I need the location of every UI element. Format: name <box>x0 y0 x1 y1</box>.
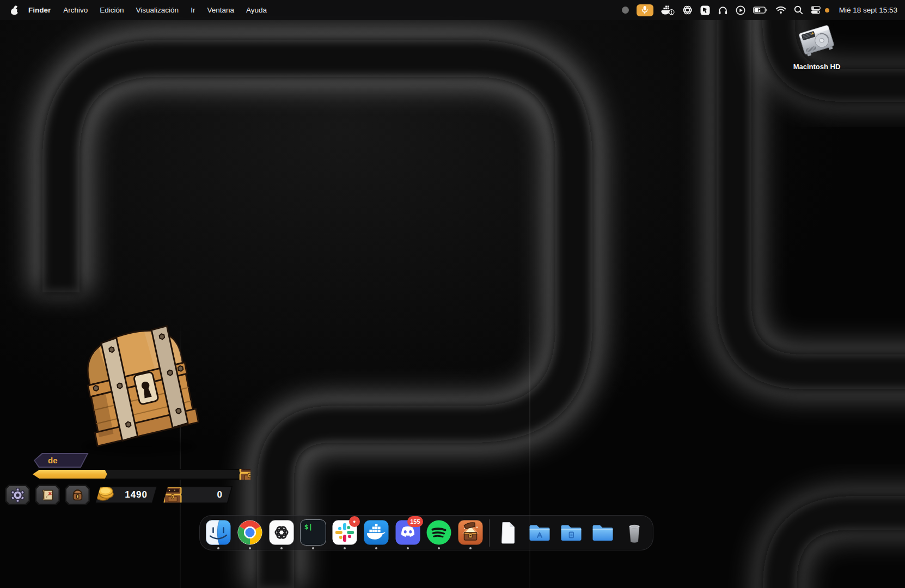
folder-icon <box>590 519 616 546</box>
menu-app-name[interactable]: Finder <box>22 6 57 14</box>
item-name-banner: Cofre de madera <box>34 453 90 468</box>
dock-item-spotify[interactable] <box>426 516 452 550</box>
menu-visualizacion[interactable]: Visualización <box>130 6 185 14</box>
menu-bar: Finder Archivo Edición Visualización Ir … <box>0 0 905 20</box>
dock-item-slack[interactable]: • <box>332 516 358 550</box>
treasure-map-icon <box>40 488 55 503</box>
spotify-icon <box>426 519 452 546</box>
dock-item-chrome[interactable] <box>237 516 263 550</box>
applications-folder-icon <box>527 519 553 546</box>
menu-bar-clock[interactable]: Mié 18 sept 15:53 <box>839 6 897 14</box>
microphone-active-icon[interactable] <box>637 4 653 16</box>
hard-drive-icon[interactable] <box>792 22 842 60</box>
map-button[interactable] <box>35 485 60 505</box>
backpack-icon <box>70 488 85 503</box>
dock-item-docker[interactable] <box>363 516 389 550</box>
docker-status-icon[interactable] <box>661 5 675 15</box>
now-playing-icon[interactable] <box>736 5 745 15</box>
running-indicator <box>344 547 346 549</box>
notification-badge: 155 <box>407 516 423 527</box>
dock-item-terminal[interactable]: $| <box>300 516 326 550</box>
menu-edicion[interactable]: Edición <box>94 6 130 14</box>
dock-item-chatgpt[interactable] <box>268 516 295 550</box>
dock-item-document[interactable] <box>495 516 521 550</box>
desktop-volume: Macintosh HD <box>783 22 851 71</box>
document-icon <box>495 519 521 546</box>
menu-bar-status: Mié 18 sept 15:53 <box>622 4 905 16</box>
dock-item-discord[interactable]: 155 <box>395 516 421 550</box>
screen-share-app-icon[interactable] <box>700 5 710 15</box>
treasure-game-icon <box>457 519 484 546</box>
running-indicator <box>375 547 377 549</box>
wooden-chest-sprite[interactable] <box>58 313 223 461</box>
running-indicator <box>407 547 409 549</box>
dock-item-documents-folder[interactable] <box>558 516 584 550</box>
running-indicator <box>438 547 440 549</box>
dock-item-folder[interactable] <box>590 516 616 550</box>
trash-icon <box>621 519 647 546</box>
dock-separator <box>489 519 490 547</box>
menu-ayuda[interactable]: Ayuda <box>240 6 273 14</box>
menu-ventana[interactable]: Ventana <box>201 6 240 14</box>
dock-item-applications-folder[interactable] <box>527 516 553 550</box>
coin-counter: 1490 <box>95 486 157 504</box>
control-center-icon[interactable] <box>811 6 821 14</box>
volume-label: Macintosh HD <box>783 63 851 71</box>
chatgpt-status-icon[interactable] <box>682 5 693 15</box>
coins-icon <box>95 483 117 503</box>
headphones-icon[interactable] <box>718 5 728 15</box>
progress-bar <box>32 469 250 480</box>
docker-icon <box>363 519 389 546</box>
chatgpt-icon <box>268 519 295 546</box>
terminal-prompt: $| <box>304 523 313 531</box>
chest-counter: 0 <box>162 486 233 504</box>
running-indicator <box>469 547 472 549</box>
dock-item-trash[interactable] <box>621 516 647 550</box>
menu-archivo[interactable]: Archivo <box>57 6 94 14</box>
dock-item-treasure-game[interactable] <box>457 516 484 550</box>
chest-count-icon <box>162 486 183 505</box>
terminal-icon: $| <box>300 519 326 546</box>
attention-dot-icon <box>825 8 829 13</box>
spotlight-search-icon[interactable] <box>794 5 803 15</box>
menu-ir[interactable]: Ir <box>185 6 201 14</box>
chest-count: 0 <box>183 489 231 500</box>
coin-count: 1490 <box>117 489 156 500</box>
finder-icon <box>205 519 231 546</box>
running-indicator <box>312 547 314 549</box>
menu-bar-menus: Finder Archivo Edición Visualización Ir … <box>0 6 273 15</box>
hud-toolbar: 1490 0 <box>5 485 233 505</box>
settings-button[interactable] <box>5 485 30 505</box>
battery-charging-icon[interactable] <box>753 6 768 14</box>
apple-menu-icon[interactable] <box>11 6 19 15</box>
inventory-button[interactable] <box>65 485 90 505</box>
running-indicator <box>280 547 283 549</box>
dock-item-finder[interactable] <box>205 516 231 550</box>
notification-badge: • <box>349 516 360 527</box>
dock: $| • <box>199 515 653 550</box>
documents-folder-icon <box>558 519 584 546</box>
record-indicator-icon[interactable] <box>622 7 629 14</box>
running-indicator <box>249 547 251 549</box>
progress-fill <box>33 470 107 479</box>
desktop-screen: Finder Archivo Edición Visualización Ir … <box>0 0 905 588</box>
running-indicator <box>217 547 219 549</box>
gear-icon <box>10 488 25 503</box>
chrome-icon <box>237 519 263 546</box>
wifi-icon[interactable] <box>775 6 786 14</box>
